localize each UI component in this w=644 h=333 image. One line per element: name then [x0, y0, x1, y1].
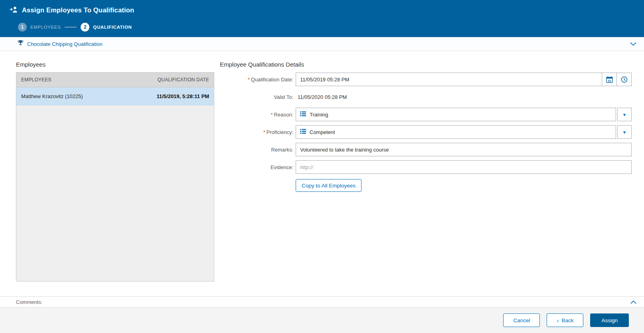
back-button-label: Back	[561, 317, 573, 323]
remarks-fieldwrap	[296, 143, 632, 156]
copy-row: Copy to All Employees	[220, 178, 632, 192]
assign-button[interactable]: Assign	[590, 313, 629, 327]
comments-section: Comments:	[0, 296, 644, 307]
list-icon	[300, 111, 306, 118]
reason-selected-value[interactable]: Training	[296, 108, 616, 121]
collapse-qualification-chevron-down-icon[interactable]	[628, 41, 638, 47]
list-icon	[300, 129, 306, 135]
copy-to-all-employees-button[interactable]: Copy to All Employees	[296, 179, 362, 192]
proficiency-fieldwrap: Competent ▾	[296, 125, 632, 139]
evidence-row: Evidence:	[220, 160, 632, 174]
valid-to-value: 11/05/2020 05:28 PM	[296, 94, 347, 100]
required-asterisk: *	[271, 112, 273, 118]
title-row: Assign Employees To Qualification	[10, 0, 634, 19]
qualification-date-combo: 31	[296, 73, 632, 86]
assign-employees-icon	[10, 6, 18, 14]
qualification-date-label: *Qualification Date:	[220, 77, 296, 83]
qualification-bar: Chocolate Chipping Qualification	[0, 37, 644, 51]
proficiency-selected-value[interactable]: Competent	[296, 125, 616, 139]
proficiency-dropdown: Competent ▾	[296, 125, 632, 139]
employees-table: EMPLOYEES QUALIFICATION DATE Matthew Kra…	[16, 72, 214, 282]
proficiency-dropdown-button[interactable]: ▾	[617, 125, 632, 139]
table-row[interactable]: Matthew Krazovitz (10225) 11/5/2019, 5:2…	[16, 87, 214, 105]
caret-down-icon: ▾	[623, 112, 626, 118]
valid-to-fieldwrap: 11/05/2020 05:28 PM	[296, 93, 632, 100]
cancel-button[interactable]: Cancel	[503, 313, 540, 327]
proficiency-value-text: Competent	[310, 129, 335, 135]
wizard-stepper: 1 EMPLOYEES 2 QUALIFICATION	[10, 19, 634, 35]
qualification-date-row: *Qualification Date: 31	[220, 73, 632, 86]
required-asterisk: *	[263, 129, 265, 135]
employee-name: Matthew Krazovitz (10225)	[16, 93, 156, 99]
required-asterisk: *	[248, 77, 250, 83]
collapse-comments-chevron-up-icon[interactable]	[629, 299, 638, 305]
reason-row: *Reason:	[220, 108, 632, 121]
reason-label: *Reason:	[220, 112, 296, 118]
proficiency-label: *Proficiency:	[220, 129, 296, 135]
reason-dropdown-button[interactable]: ▾	[617, 108, 632, 121]
evidence-input[interactable]	[296, 160, 632, 174]
assign-qualification-dialog: Assign Employees To Qualification 1 EMPL…	[0, 0, 644, 333]
label-text: Proficiency:	[267, 129, 293, 135]
step-qualification[interactable]: 2 QUALIFICATION	[81, 23, 132, 32]
qualification-name-link[interactable]: Chocolate Chipping Qualification	[27, 41, 103, 47]
details-form: *Qualification Date: 31	[220, 73, 632, 192]
step-connector-line	[65, 27, 77, 28]
time-picker-button[interactable]	[616, 73, 631, 86]
chevron-left-icon: ‹	[557, 317, 559, 323]
qualification-date-input[interactable]	[296, 73, 602, 86]
reason-dropdown: Training ▾	[296, 108, 632, 121]
step-qualification-number: 2	[81, 23, 89, 32]
step-qualification-label: QUALIFICATION	[93, 25, 132, 30]
column-header-employees: EMPLOYEES	[16, 77, 158, 83]
step-employees[interactable]: 1 EMPLOYEES	[18, 23, 61, 32]
remarks-row: Remarks:	[220, 143, 632, 156]
label-text: Qualification Date:	[251, 77, 293, 83]
employees-table-header: EMPLOYEES QUALIFICATION DATE	[16, 73, 214, 87]
reason-fieldwrap: Training ▾	[296, 108, 632, 121]
main-content: Employees EMPLOYEES QUALIFICATION DATE M…	[0, 51, 644, 296]
evidence-fieldwrap	[296, 160, 632, 174]
details-panel-title: Employee Qualifications Details	[220, 61, 632, 68]
caret-down-icon: ▾	[623, 129, 626, 135]
dialog-footer: Cancel ‹ Back Assign	[0, 307, 644, 333]
page-title: Assign Employees To Qualification	[22, 6, 134, 14]
calendar-picker-button[interactable]: 31	[602, 73, 616, 86]
remarks-input[interactable]	[296, 143, 632, 156]
employee-qualification-date: 11/5/2019, 5:28:11 PM	[156, 93, 214, 99]
comments-label: Comments:	[16, 299, 629, 305]
remarks-label: Remarks:	[220, 147, 296, 153]
column-header-qualification-date: QUALIFICATION DATE	[158, 77, 214, 83]
step-employees-number: 1	[18, 23, 27, 32]
dialog-header: Assign Employees To Qualification 1 EMPL…	[0, 0, 644, 37]
back-button[interactable]: ‹ Back	[547, 313, 583, 327]
step-employees-label: EMPLOYEES	[30, 25, 61, 30]
employees-table-empty-area	[16, 105, 214, 281]
employees-panel: Employees EMPLOYEES QUALIFICATION DATE M…	[16, 61, 214, 296]
calendar-icon: 31	[608, 79, 611, 82]
employees-panel-title: Employees	[16, 61, 214, 68]
trophy-icon	[18, 40, 24, 47]
proficiency-row: *Proficiency:	[220, 125, 632, 139]
reason-value-text: Training	[310, 112, 328, 118]
qualification-details-panel: Employee Qualifications Details *Qualifi…	[214, 61, 632, 296]
label-text: Reason:	[274, 112, 293, 118]
valid-to-label: Valid To:	[220, 94, 296, 100]
clock-icon	[621, 76, 628, 83]
valid-to-row: Valid To: 11/05/2020 05:28 PM	[220, 90, 632, 104]
copy-fieldwrap: Copy to All Employees	[296, 178, 632, 192]
evidence-label: Evidence:	[220, 164, 296, 170]
qualification-date-fieldwrap: 31	[296, 73, 632, 86]
